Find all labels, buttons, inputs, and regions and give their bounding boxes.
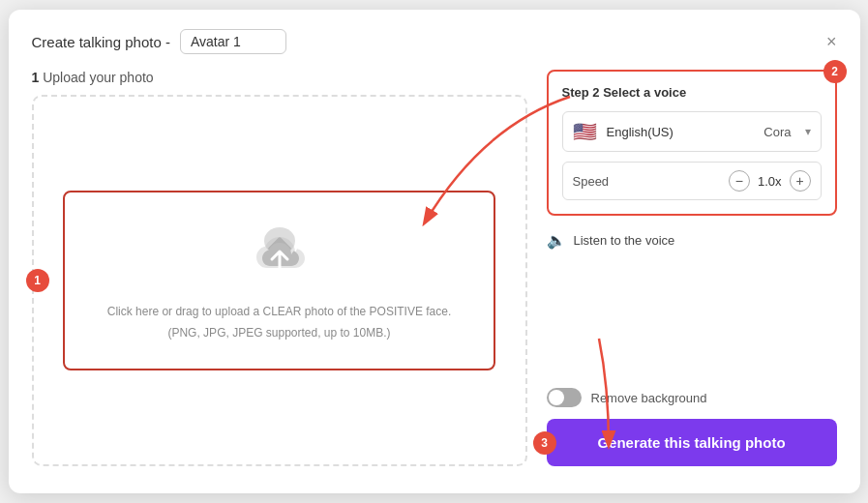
close-button[interactable]: ×	[826, 33, 837, 50]
spacer	[547, 265, 837, 369]
modal: Create talking photo - × 1 Upload your p…	[9, 10, 860, 493]
listen-row[interactable]: 🔈 Listen to the voice	[547, 227, 837, 253]
upload-dropzone[interactable]: Click here or drag to upload a CLEAR pho…	[63, 191, 495, 370]
flag-icon: 🇺🇸	[573, 120, 597, 143]
title-input[interactable]	[180, 29, 286, 54]
modal-header: Create talking photo - ×	[32, 29, 837, 54]
audio-icon: 🔈	[547, 231, 566, 250]
remove-bg-row: Remove background	[547, 380, 837, 407]
speed-label: Speed	[573, 174, 729, 189]
modal-title-row: Create talking photo -	[32, 29, 286, 54]
step2-box: 2 Step 2 Select a voice 🇺🇸 English(US) C…	[547, 70, 837, 216]
modal-title: Create talking photo -	[32, 34, 170, 50]
step-badge-2: 2	[823, 60, 847, 83]
step-badge-1: 1	[26, 269, 49, 292]
remove-bg-label: Remove background	[591, 391, 707, 405]
listen-text: Listen to the voice	[574, 233, 675, 248]
speed-decrease-button[interactable]: −	[729, 170, 750, 192]
upload-text: Click here or drag to upload a CLEAR pho…	[107, 299, 452, 341]
speed-increase-button[interactable]: +	[790, 170, 811, 192]
right-panel: 2 Step 2 Select a voice 🇺🇸 English(US) C…	[547, 70, 837, 466]
generate-wrapper: 3 Generate this talking photo	[547, 419, 837, 466]
content-area: 1 Upload your photo 1	[32, 70, 837, 466]
voice-language: English(US)	[607, 125, 755, 139]
speed-value: 1.0x	[758, 174, 782, 189]
step2-label: Step 2 Select a voice	[562, 85, 822, 100]
step-badge-3: 3	[533, 431, 556, 455]
chevron-down-icon: ▾	[805, 125, 811, 138]
left-panel: 1 Upload your photo 1	[32, 70, 527, 466]
speed-row: Speed − 1.0x +	[562, 162, 822, 200]
step1-label: 1 Upload your photo	[32, 70, 527, 85]
generate-button[interactable]: Generate this talking photo	[547, 419, 837, 466]
voice-selector[interactable]: 🇺🇸 English(US) Cora ▾	[562, 111, 822, 152]
voice-name: Cora	[763, 125, 791, 139]
remove-bg-toggle[interactable]	[547, 388, 582, 407]
speed-controls: − 1.0x +	[729, 170, 811, 192]
upload-icon	[249, 220, 311, 285]
toggle-knob	[549, 390, 564, 405]
upload-outer: 1 Click here or drag to uploa	[32, 95, 527, 466]
